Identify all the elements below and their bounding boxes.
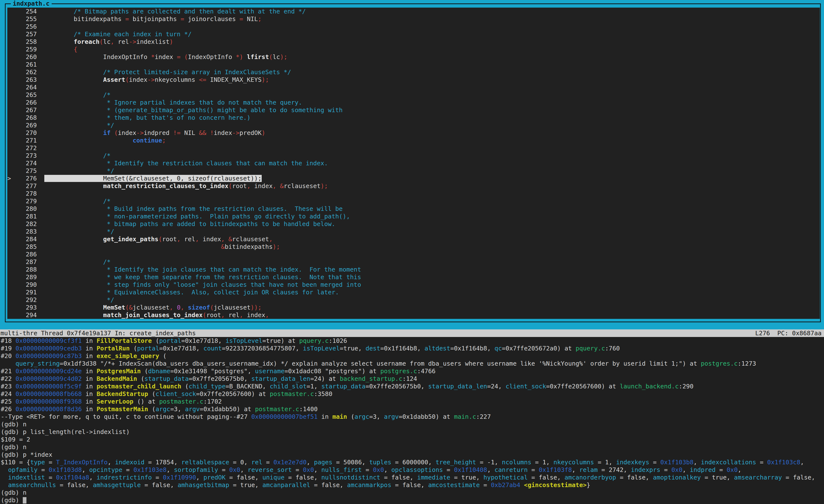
text-cursor[interactable] [23, 497, 26, 504]
code-token: , [683, 466, 690, 473]
code-token: NIL [247, 15, 258, 22]
code-token: = false, [528, 474, 564, 481]
code-token: backend_startup.c [340, 375, 402, 382]
code-token [44, 266, 107, 273]
source-line: 281 * non-parameterized paths. Plain pat… [7, 213, 820, 220]
source-line: 263 Assert(index->nkeycolumns <= INDEX_M… [7, 76, 820, 84]
code-token: rclauseset [232, 235, 269, 243]
code-token: = [122, 466, 133, 473]
code-token: --Type <RET> for more, q to quit, c to c… [1, 413, 251, 420]
code-token: =0x1e31498 "postgres", [170, 368, 255, 375]
line-number: 271 [7, 137, 44, 144]
code-token [44, 235, 103, 243]
code-token: #22 [1, 375, 15, 382]
code-token: ( [228, 183, 232, 190]
line-number: 285 [7, 243, 44, 250]
line-number: 263 [7, 76, 44, 83]
code-token: client_sock [156, 390, 196, 397]
code-token: index [214, 129, 232, 136]
code-token: } [587, 482, 590, 489]
code-token: , [196, 474, 203, 481]
code-token: ) [320, 183, 324, 190]
code-token: * [151, 54, 155, 61]
gdb-output-line: #24 0x00000000008fb668 in BackendStartup… [1, 390, 824, 398]
code-token: #25 [1, 398, 15, 405]
source-line: 290 * step finds only "loose" join claus… [7, 281, 820, 289]
source-line: 271 continue; [7, 137, 820, 144]
gdb-output-line: query_string=0x1df3d38 "/*+ IndexScan(db… [1, 360, 824, 367]
code-token: (gdb) p *index [1, 451, 53, 458]
source-line: 294 match_join_clauses_to_index(root, re… [7, 311, 820, 319]
source-window-title: indxpath.c [11, 0, 51, 8]
code-token: if [103, 129, 114, 136]
code-token: 0x1f10408 [454, 466, 487, 473]
gdb-output-line: (gdb) p *index [1, 451, 824, 459]
code-token: , [273, 183, 280, 190]
source-line: 288 * Identify the join clauses that can… [7, 266, 820, 273]
code-token: #24 [1, 390, 15, 397]
code-token: MemSet [103, 304, 125, 311]
code-token: rel [228, 311, 239, 319]
source-line: 284 get_index_paths(root, rel, index, &r… [7, 235, 820, 243]
line-number: 275 [7, 167, 44, 174]
code-token: indexkeys [616, 459, 649, 466]
code-token: = [38, 466, 49, 473]
code-token: amcanparallel [263, 482, 310, 489]
line-number: 259 [7, 46, 44, 53]
line-number: 257 [7, 31, 44, 38]
code-token: child_slot [270, 383, 307, 390]
code-token: (gdb) p list_length(rel->indexlist) [1, 428, 130, 435]
code-token: match_restriction_clauses_to_index [103, 183, 228, 190]
gdb-output-line: #25 0x00000000008f9368 in ServerLoop () … [1, 398, 824, 405]
code-token: 0x0 [229, 466, 240, 473]
code-token: indexprs [631, 466, 660, 473]
code-token: = false, [782, 474, 815, 481]
code-token: 0x1f104a8 [56, 474, 89, 481]
code-token: amhasgettuple [93, 482, 141, 489]
code-token: startup_data_len [428, 383, 487, 390]
code-token: =0x1f164b8, [450, 345, 495, 352]
code-token: index [203, 235, 221, 243]
code-token: index [254, 183, 273, 190]
source-lines: 254 /* Bitmap paths are collected and th… [7, 8, 820, 319]
code-token: * (generate_bitmap_or_paths() might be a… [107, 107, 342, 114]
line-number: 254 [7, 8, 44, 15]
code-token: indexoid [115, 459, 144, 466]
code-token: #18 [1, 337, 15, 344]
code-token: = [443, 466, 454, 473]
source-line: 270 if (index->indpred != NIL && !index-… [7, 129, 820, 137]
code-token: #26 [1, 406, 15, 413]
code-token: main [332, 413, 347, 420]
code-token: = [480, 482, 491, 489]
code-token: * [236, 54, 239, 61]
code-token: nullsnotdistinct [321, 474, 381, 481]
gdb-lines: #18 0x00000000009cf3f1 in FillPortalStor… [0, 337, 824, 504]
code-token [44, 38, 74, 45]
code-token: =true, [340, 345, 366, 352]
code-token: in [82, 398, 96, 405]
code-token: ) [280, 54, 284, 61]
code-token: rel [118, 38, 129, 45]
code-token: ( [203, 311, 206, 319]
code-token: BackendMain [96, 375, 137, 382]
code-token: ; [284, 54, 287, 61]
code-token: postmaster.c [255, 406, 299, 413]
code-token: dest [366, 345, 380, 352]
code-token: bitindexpaths [225, 243, 273, 250]
gdb-prompt-line[interactable]: (gdb) [1, 496, 824, 504]
code-token: lfirst [247, 54, 269, 61]
code-token: root [162, 235, 177, 243]
gdb-output-line: $110 = {type = T_IndexOptInfo, indexoid … [1, 459, 824, 466]
code-token: ( [210, 304, 214, 311]
code-token: = [649, 459, 660, 466]
code-token: isTopLevel [303, 345, 340, 352]
code-token: ( [152, 337, 159, 344]
source-line: 286 [7, 250, 820, 258]
code-token: /* [103, 91, 110, 98]
code-token: * Build index paths from the restriction… [107, 205, 342, 212]
code-token: startup_data [321, 383, 366, 390]
line-number: 258 [7, 38, 44, 45]
code-token: postgres.c [701, 360, 738, 367]
code-token: in [82, 368, 96, 375]
source-line: 257 /* Examine each index in turn */ [7, 30, 820, 38]
